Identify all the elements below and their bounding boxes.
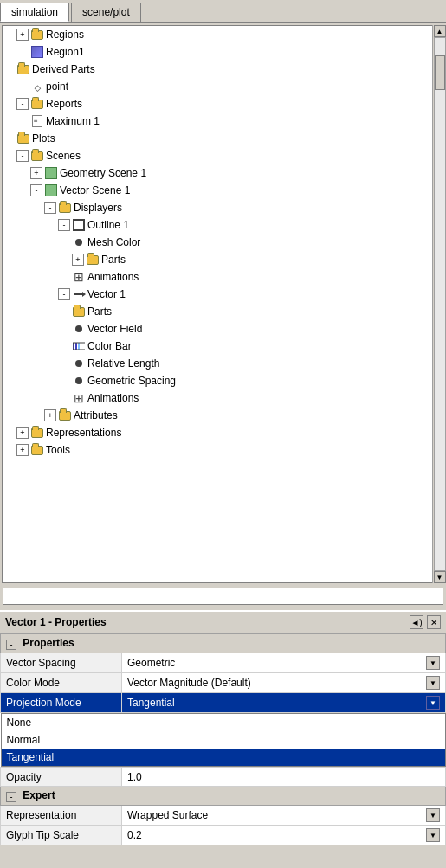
prop-value-opacity[interactable]: 1.0 <box>122 768 446 787</box>
properties-panel: Vector 1 - Properties ◄) ✕ - Properties … <box>0 610 446 845</box>
prop-name-vector-spacing: Vector Spacing <box>1 653 122 673</box>
prop-row-glyph-tip-scale: Glyph Tip Scale 0.2 ▼ <box>1 826 446 845</box>
properties-table: - Properties Vector Spacing Geometric ▼ <box>0 633 446 845</box>
tree-item-color-bar[interactable]: Color Bar <box>3 338 430 355</box>
prop-row-representation: Representation Wrapped Surface ▼ <box>1 806 446 826</box>
colorbar-icon <box>72 339 86 353</box>
tree-item-tools[interactable]: + Tools <box>3 441 430 459</box>
tree-item-attributes[interactable]: + Attributes <box>3 407 430 424</box>
prop-name-opacity: Opacity <box>1 768 122 787</box>
section-header-expert[interactable]: - Expert <box>1 787 446 806</box>
region-icon <box>30 45 44 59</box>
tab-bar: simulation scene/plot <box>0 0 446 23</box>
tree-panel: + Regions Region1 Derived Parts ⬦ point … <box>2 25 444 583</box>
tree-item-point[interactable]: ⬦ point <box>3 78 430 95</box>
expander-tools[interactable]: + <box>16 444 29 456</box>
tree-item-reports[interactable]: - Reports <box>3 95 430 113</box>
tree-item-displayers[interactable]: - Displayers <box>3 199 430 216</box>
expander-vector-scene[interactable]: - <box>30 184 42 196</box>
properties-title: Vector 1 - Properties <box>5 616 107 628</box>
folder-icon-attributes <box>58 408 72 422</box>
search-input[interactable] <box>3 588 443 605</box>
tree-item-maximum1[interactable]: Maximum 1 <box>3 113 430 130</box>
projection-mode-dropdown: None Normal Tangential <box>1 713 446 767</box>
speaker-icon-button[interactable]: ◄) <box>410 615 423 629</box>
prop-value-vector-spacing[interactable]: Geometric ▼ <box>122 653 446 673</box>
dropdown-arrow-color-mode[interactable]: ▼ <box>426 676 440 690</box>
svg-rect-4 <box>78 343 80 350</box>
tab-simulation[interactable]: simulation <box>0 3 69 22</box>
expander-reports[interactable]: - <box>16 98 29 110</box>
scene-icon-geometry <box>44 166 58 180</box>
tree-item-scenes[interactable]: - Scenes <box>3 147 430 164</box>
prop-value-color-mode[interactable]: Vector Magnitude (Default) ▼ <box>122 673 446 693</box>
search-bar <box>0 585 446 608</box>
section-expander-expert[interactable]: - <box>6 792 16 802</box>
tree-item-outline-parts[interactable]: + Parts <box>3 251 430 268</box>
tree-item-derived-parts[interactable]: Derived Parts <box>3 61 430 78</box>
expander-geometry-scene[interactable]: + <box>30 167 42 179</box>
scroll-track[interactable] <box>434 37 446 571</box>
expander-regions[interactable]: + <box>16 29 29 41</box>
tree-item-geometric-spacing[interactable]: Geometric Spacing <box>3 372 430 389</box>
folder-icon-reports <box>30 97 44 111</box>
prop-value-representation[interactable]: Wrapped Surface ▼ <box>122 806 446 826</box>
expander-outline1[interactable]: - <box>58 219 70 231</box>
scroll-up-button[interactable]: ▲ <box>434 25 446 37</box>
svg-marker-1 <box>82 292 86 297</box>
tree-item-vector-parts[interactable]: Parts <box>3 303 430 320</box>
folder-icon-derived <box>16 62 30 76</box>
scroll-thumb[interactable] <box>435 55 445 90</box>
prop-value-glyph-tip-scale[interactable]: 0.2 ▼ <box>122 826 446 845</box>
dropdown-arrow-projection-mode[interactable]: ▼ <box>426 696 440 710</box>
folder-icon-representations <box>30 426 44 440</box>
tree-item-regions[interactable]: + Regions <box>3 26 430 43</box>
dot-icon-relative-length <box>72 357 86 370</box>
report-icon <box>30 114 44 128</box>
tree-item-region1[interactable]: Region1 <box>3 43 430 61</box>
dropdown-arrow-representation[interactable]: ▼ <box>426 808 440 822</box>
tree-item-plots[interactable]: Plots <box>3 130 430 147</box>
tree-item-relative-length[interactable]: Relative Length <box>3 355 430 372</box>
section-header-properties[interactable]: - Properties <box>1 634 446 653</box>
expander-vector1[interactable]: - <box>58 288 70 300</box>
tree-panel-container: + Regions Region1 Derived Parts ⬦ point … <box>0 25 446 583</box>
dropdown-item-tangential[interactable]: Tangential <box>2 749 445 766</box>
tree-item-outline1[interactable]: - Outline 1 <box>3 216 430 234</box>
scene-icon-vector <box>44 183 58 197</box>
close-properties-button[interactable]: ✕ <box>427 615 441 629</box>
dropdown-item-none[interactable]: None <box>2 714 445 731</box>
tree-item-outline-anim[interactable]: ⊞ Animations <box>3 268 430 286</box>
folder-icon-scenes <box>30 149 44 163</box>
tree-item-vector1[interactable]: - Vector 1 <box>3 286 430 303</box>
prop-name-glyph-tip-scale: Glyph Tip Scale <box>1 826 122 845</box>
expander-attributes[interactable]: + <box>44 409 56 421</box>
section-expander-properties[interactable]: - <box>6 640 16 650</box>
anim-icon-vector: ⊞ <box>72 391 86 405</box>
prop-row-vector-spacing: Vector Spacing Geometric ▼ <box>1 653 446 673</box>
tree-item-mesh-color[interactable]: Mesh Color <box>3 234 430 251</box>
expander-outline-parts[interactable]: + <box>72 254 84 266</box>
tree-item-vector-scene1[interactable]: - Vector Scene 1 <box>3 182 430 199</box>
tree-item-vector-field[interactable]: Vector Field <box>3 320 430 338</box>
expander-displayers[interactable]: - <box>44 202 56 214</box>
expander-scenes[interactable]: - <box>16 150 29 162</box>
scroll-down-button[interactable]: ▼ <box>434 571 446 583</box>
dropdown-item-normal[interactable]: Normal <box>2 731 445 749</box>
dropdown-arrow-vector-spacing[interactable]: ▼ <box>426 656 440 670</box>
tree-item-geometry-scene1[interactable]: + Geometry Scene 1 <box>3 164 430 182</box>
tab-scene-plot[interactable]: scene/plot <box>71 3 141 22</box>
prop-name-representation: Representation <box>1 806 122 826</box>
tree-item-representations[interactable]: + Representations <box>3 424 430 441</box>
tree-scrollbar[interactable]: ▲ ▼ <box>432 25 446 583</box>
folder-icon-displayers <box>58 201 72 215</box>
folder-icon-plots <box>16 132 30 145</box>
svg-rect-2 <box>73 343 74 350</box>
tree-item-vector-anim[interactable]: ⊞ Animations <box>3 389 430 407</box>
dot-icon-geometric-spacing <box>72 374 86 388</box>
dropdown-arrow-glyph-tip-scale[interactable]: ▼ <box>426 828 440 842</box>
outline-icon <box>72 218 86 232</box>
expander-representations[interactable]: + <box>16 427 29 439</box>
folder-icon-regions <box>30 28 44 42</box>
prop-value-projection-mode[interactable]: Tangential ▼ <box>122 693 446 713</box>
